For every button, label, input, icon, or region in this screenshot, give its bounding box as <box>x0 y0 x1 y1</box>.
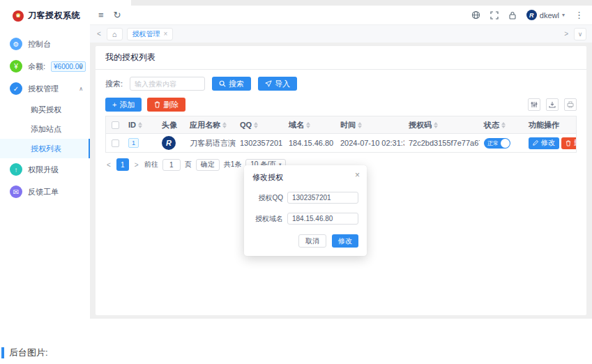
sidebar: ★ 刀客授权系统 ⚙ 控制台 ¥ 余额: ¥6000.00 ∨ ✓ 授权管理 ∧ <box>0 0 90 319</box>
tabs-dropdown-icon[interactable]: ∨ <box>574 28 586 40</box>
cell-qq: 1302357201 <box>236 134 284 152</box>
column-header-app[interactable]: 应用名称 <box>185 116 236 133</box>
domain-input[interactable] <box>287 213 358 225</box>
sidebar-item-buy-auth[interactable]: 购买授权 <box>0 100 90 119</box>
sidebar-item-label: 控制台 <box>28 39 51 50</box>
delete-row-button[interactable]: 删除 <box>561 137 576 149</box>
bulk-delete-button[interactable]: 删除 <box>147 98 185 112</box>
add-button[interactable]: + 添加 <box>105 98 142 112</box>
shield-icon: ✓ <box>10 82 22 95</box>
import-button[interactable]: 导入 <box>258 77 297 91</box>
cell-auth-code: 72c2bd3155f7e77a67ec... <box>404 134 480 152</box>
main-area: ≡ ↻ R <box>90 6 592 319</box>
top-strip <box>131 0 592 6</box>
row-checkbox[interactable] <box>112 139 119 147</box>
balance-label: 余额: <box>28 61 45 72</box>
search-input[interactable] <box>130 77 205 91</box>
qq-input[interactable] <box>287 192 358 204</box>
tabs-scroll-left-icon[interactable]: < <box>96 30 103 38</box>
confirm-edit-button[interactable]: 修改 <box>332 234 358 248</box>
sidebar-item-auth-mgmt[interactable]: ✓ 授权管理 ∧ <box>0 77 90 100</box>
avatar: R <box>162 136 176 150</box>
search-row: 搜索: 搜索 导入 <box>96 70 586 96</box>
print-button[interactable] <box>564 98 577 111</box>
search-icon <box>219 80 226 87</box>
close-icon[interactable]: × <box>355 171 360 179</box>
sort-icon[interactable] <box>358 122 362 128</box>
column-header-time[interactable]: 时间 <box>336 116 404 133</box>
goto-confirm-button[interactable]: 确定 <box>196 159 220 171</box>
domain-field-label: 授权域名 <box>252 214 283 224</box>
next-page-icon[interactable]: > <box>133 161 140 169</box>
fullscreen-icon[interactable] <box>490 11 499 20</box>
globe-icon[interactable] <box>471 10 480 20</box>
edit-row-button[interactable]: 修改 <box>529 137 559 149</box>
panel-title: 我的授权列表 <box>96 46 586 70</box>
send-icon <box>265 80 272 87</box>
sidebar-item-label: 购买授权 <box>31 105 61 115</box>
page: ★ 刀客授权系统 ⚙ 控制台 ¥ 余额: ¥6000.00 ∨ ✓ 授权管理 ∧ <box>0 0 592 364</box>
search-label: 搜索: <box>105 79 123 89</box>
column-header-qq[interactable]: QQ <box>236 116 284 133</box>
chevron-up-icon: ∧ <box>79 86 83 92</box>
modal-title: 修改授权 <box>252 172 358 183</box>
edit-auth-modal: 修改授权 × 授权QQ 授权域名 取消 修改 <box>244 165 367 256</box>
lock-icon[interactable] <box>508 11 517 20</box>
page-unit-label: 页 <box>185 160 192 169</box>
column-header-id[interactable]: ID <box>124 116 158 133</box>
app-title: 刀客授权系统 <box>28 10 80 22</box>
sort-icon[interactable] <box>138 122 142 128</box>
page-number[interactable]: 1 <box>116 158 129 171</box>
column-header-domain[interactable]: 域名 <box>284 116 336 133</box>
filter-columns-button[interactable] <box>528 98 540 111</box>
sort-icon[interactable] <box>254 122 258 128</box>
trash-icon <box>154 101 160 108</box>
collapse-menu-icon[interactable]: ≡ <box>98 10 104 20</box>
sidebar-item-feedback[interactable]: ✉ 反馈工单 <box>0 181 90 203</box>
balance-icon: ¥ <box>10 60 22 73</box>
goto-page-input[interactable] <box>162 159 181 171</box>
column-header-status[interactable]: 状态 <box>480 116 524 133</box>
sidebar-item-balance[interactable]: ¥ 余额: ¥6000.00 ∨ <box>0 55 90 77</box>
status-toggle[interactable]: 正常 <box>484 138 510 149</box>
export-icon <box>549 101 556 108</box>
sort-icon[interactable] <box>434 122 438 128</box>
home-icon: ⌂ <box>112 30 117 38</box>
sort-icon[interactable] <box>306 122 310 128</box>
sidebar-item-console[interactable]: ⚙ 控制台 <box>0 33 90 55</box>
tabs-scroll-right-icon[interactable]: > <box>563 30 570 38</box>
cancel-button[interactable]: 取消 <box>298 234 326 248</box>
tab-home[interactable]: ⌂ <box>107 28 123 40</box>
tabbar: < ⌂ 授权管理 × > ∨ <box>90 24 592 43</box>
sort-icon[interactable] <box>501 122 506 128</box>
table-row: 1 R 刀客易语言演示 1302357201 184.15.46.80 2024… <box>106 133 576 153</box>
cell-app-name: 刀客易语言演示 <box>185 134 236 152</box>
close-tab-icon[interactable]: × <box>164 30 168 38</box>
topbar: ≡ ↻ R <box>90 6 592 24</box>
export-button[interactable] <box>546 98 559 111</box>
sort-icon[interactable] <box>222 122 227 128</box>
caret-down-icon: ▾ <box>562 12 565 18</box>
modal-buttons: 取消 修改 <box>252 234 358 248</box>
console-icon: ⚙ <box>10 38 22 50</box>
toggle-knob <box>501 139 510 148</box>
kebab-menu-icon[interactable]: ⋮ <box>575 10 584 20</box>
sidebar-item-label: 添加站点 <box>31 124 61 135</box>
select-all-checkbox[interactable] <box>112 121 119 129</box>
trash-icon <box>566 140 571 146</box>
tab-auth-mgmt[interactable]: 授权管理 × <box>127 28 174 40</box>
prev-page-icon[interactable]: < <box>105 161 112 169</box>
upgrade-icon: ↑ <box>10 163 22 176</box>
sidebar-item-upgrade[interactable]: ↑ 权限升级 <box>0 158 90 181</box>
sidebar-item-auth-list[interactable]: 授权列表 <box>0 139 90 158</box>
search-button[interactable]: 搜索 <box>212 77 251 91</box>
sidebar-menu: ⚙ 控制台 ¥ 余额: ¥6000.00 ∨ ✓ 授权管理 ∧ 购买授权 <box>0 33 90 203</box>
column-header-code[interactable]: 授权码 <box>404 116 480 133</box>
username: dkewl <box>540 11 559 20</box>
refresh-icon[interactable]: ↻ <box>114 10 121 20</box>
sidebar-item-label: 授权列表 <box>31 144 61 154</box>
user-menu[interactable]: R dkewl ▾ <box>526 10 565 20</box>
feedback-icon: ✉ <box>10 185 22 198</box>
auth-table: ID 头像 应用名称 QQ <box>105 116 577 153</box>
sidebar-item-add-site[interactable]: 添加站点 <box>0 119 90 139</box>
